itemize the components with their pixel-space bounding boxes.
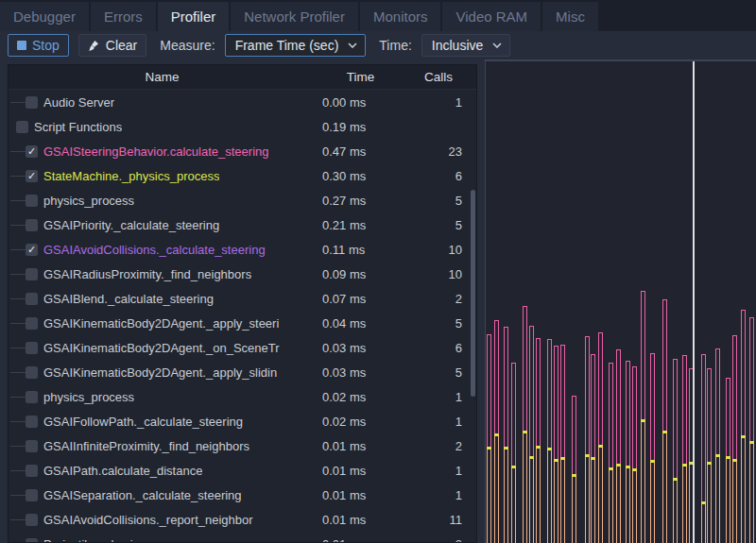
table-row[interactable]: GSAIFollowPath._calculate_steering0.02 m… bbox=[9, 409, 476, 433]
function-calls: 10 bbox=[405, 243, 462, 257]
table-row[interactable]: ✓GSAISteeringBehavior.calculate_steering… bbox=[9, 139, 476, 163]
profiler-toolbar: Stop Clear Measure: Frame Time (sec) Tim… bbox=[0, 31, 756, 59]
frame-bar-orange bbox=[650, 463, 655, 543]
frame-bar-yellow-tick bbox=[504, 447, 508, 450]
function-calls: 23 bbox=[405, 144, 462, 159]
measure-label: Measure: bbox=[160, 38, 215, 53]
checkbox-unchecked[interactable] bbox=[16, 121, 28, 133]
frame-bar-orange bbox=[572, 477, 576, 543]
function-calls: 11 bbox=[405, 513, 462, 527]
function-time: 0.00 ms bbox=[322, 95, 366, 110]
checkbox-unchecked[interactable] bbox=[26, 514, 38, 526]
checkbox-unchecked[interactable] bbox=[26, 268, 38, 280]
frame-bar-yellow-tick bbox=[591, 457, 595, 460]
frame-bar-orange bbox=[732, 462, 737, 543]
frame-bar-yellow-tick bbox=[536, 446, 541, 449]
tab-profiler[interactable]: Profiler bbox=[158, 2, 230, 31]
function-time: 0.47 ms bbox=[322, 144, 366, 159]
checkbox-unchecked[interactable] bbox=[26, 489, 38, 501]
checkbox-unchecked[interactable] bbox=[26, 219, 38, 231]
debugger-tab-bar: DebuggerErrorsProfilerNetwork ProfilerMo… bbox=[0, 0, 756, 31]
table-row[interactable]: GSAISeparation._calculate_steering0.01 m… bbox=[9, 483, 476, 507]
tab-misc[interactable]: Misc bbox=[542, 2, 598, 31]
stop-icon bbox=[17, 41, 26, 50]
table-row[interactable]: GSAIInfiniteProximity._find_neighbors0.0… bbox=[9, 433, 476, 458]
function-calls: 5 bbox=[405, 194, 462, 208]
table-row[interactable]: GSAIPath.calculate_distance0.01 ms1 bbox=[9, 458, 476, 483]
checkbox-checked[interactable]: ✓ bbox=[26, 145, 38, 158]
stop-button-label: Stop bbox=[32, 38, 60, 53]
checkbox-unchecked[interactable] bbox=[26, 440, 38, 452]
checkbox-unchecked[interactable] bbox=[26, 416, 38, 428]
frame-bar-yellow-tick bbox=[682, 464, 687, 467]
frame-bar-pink bbox=[585, 336, 590, 455]
checkbox-unchecked[interactable] bbox=[26, 366, 38, 379]
tab-network-profiler[interactable]: Network Profiler bbox=[231, 2, 358, 31]
frame-bar-orange bbox=[715, 457, 720, 543]
frame-bar-yellow-tick bbox=[494, 433, 499, 436]
table-row[interactable]: GSAIKinematicBody2DAgent._on_SceneTr0.03… bbox=[9, 335, 476, 360]
table-row[interactable]: ✓StateMachine._physics_process0.30 ms6 bbox=[9, 163, 476, 188]
function-name: Script Functions bbox=[34, 120, 122, 134]
table-row[interactable]: Projectile._physics_process0.01 ms3 bbox=[9, 532, 476, 543]
function-time: 0.19 ms bbox=[322, 120, 366, 134]
checkbox-checked[interactable]: ✓ bbox=[26, 244, 38, 256]
checkbox-unchecked[interactable] bbox=[26, 293, 38, 305]
function-time: 0.03 ms bbox=[322, 341, 366, 355]
function-time: 0.01 ms bbox=[322, 537, 366, 543]
stop-button[interactable]: Stop bbox=[8, 34, 69, 57]
frame-bar-pink bbox=[494, 320, 499, 434]
table-row[interactable]: Script Functions0.19 ms bbox=[9, 114, 476, 139]
table-row[interactable]: physics_process0.27 ms5 bbox=[9, 188, 476, 212]
chevron-down-icon bbox=[492, 42, 502, 48]
tab-video-ram[interactable]: Video RAM bbox=[442, 2, 541, 31]
column-header-calls[interactable]: Calls bbox=[405, 70, 472, 84]
tab-errors[interactable]: Errors bbox=[91, 2, 156, 31]
frame-bar-yellow-tick bbox=[707, 462, 712, 465]
checkbox-checked[interactable]: ✓ bbox=[26, 170, 38, 182]
table-scrollbar[interactable] bbox=[471, 190, 475, 397]
frame-bar-pink bbox=[529, 326, 534, 457]
frame-bar-pink bbox=[598, 332, 603, 446]
column-header-time[interactable]: Time bbox=[316, 70, 405, 84]
table-row[interactable]: GSAIAvoidCollisions._report_neighbor0.01… bbox=[9, 507, 476, 532]
table-row[interactable]: ✓GSAIAvoidCollisions._calculate_steering… bbox=[9, 237, 476, 262]
tree-line bbox=[10, 151, 26, 152]
frame-bar-orange bbox=[626, 468, 630, 543]
tab-monitors[interactable]: Monitors bbox=[360, 2, 441, 31]
measure-dropdown[interactable]: Frame Time (sec) bbox=[225, 34, 367, 57]
frame-bar-pink bbox=[707, 368, 712, 463]
time-dropdown-value: Inclusive bbox=[432, 38, 483, 53]
frame-bar-orange bbox=[701, 504, 706, 543]
checkbox-unchecked[interactable] bbox=[26, 391, 38, 403]
checkbox-unchecked[interactable] bbox=[26, 317, 38, 330]
table-row[interactable]: GSAIRadiusProximity._find_neighbors0.09 … bbox=[9, 262, 476, 286]
checkbox-unchecked[interactable] bbox=[26, 465, 38, 477]
function-name: GSAIKinematicBody2DAgent._on_SceneTr bbox=[43, 341, 280, 355]
table-row[interactable]: GSAIBlend._calculate_steering0.07 ms2 bbox=[9, 286, 476, 311]
function-calls: 10 bbox=[405, 267, 462, 281]
checkbox-unchecked[interactable] bbox=[26, 96, 38, 109]
checkbox-unchecked[interactable] bbox=[26, 195, 38, 207]
frame-bar-pink bbox=[726, 378, 730, 457]
time-dropdown[interactable]: Inclusive bbox=[421, 34, 510, 57]
column-header-name[interactable]: Name bbox=[9, 70, 316, 84]
table-row[interactable]: GSAIKinematicBody2DAgent._apply_steeri0.… bbox=[9, 311, 476, 335]
function-name: physics_process bbox=[43, 390, 134, 404]
table-row[interactable]: physics_process0.02 ms1 bbox=[9, 384, 476, 409]
frame-bar-orange bbox=[529, 459, 534, 543]
table-row[interactable]: Audio Server0.00 ms1 bbox=[9, 90, 476, 114]
clear-button[interactable]: Clear bbox=[78, 34, 146, 57]
frame-bar-orange bbox=[609, 470, 613, 543]
tree-line bbox=[10, 470, 26, 471]
chevron-down-icon bbox=[348, 42, 357, 48]
table-row[interactable]: GSAIKinematicBody2DAgent._apply_slidin0.… bbox=[9, 360, 476, 384]
function-time: 0.07 ms bbox=[322, 292, 366, 306]
table-row[interactable]: GSAIPriority._calculate_steering0.21 ms5 bbox=[9, 212, 476, 237]
checkbox-unchecked[interactable] bbox=[26, 342, 38, 354]
profiler-graph[interactable] bbox=[485, 59, 756, 543]
tab-debugger[interactable]: Debugger bbox=[0, 2, 89, 31]
frame-cursor-line[interactable] bbox=[693, 61, 695, 543]
frame-bar-pink bbox=[749, 317, 754, 442]
checkbox-unchecked[interactable] bbox=[26, 538, 38, 543]
